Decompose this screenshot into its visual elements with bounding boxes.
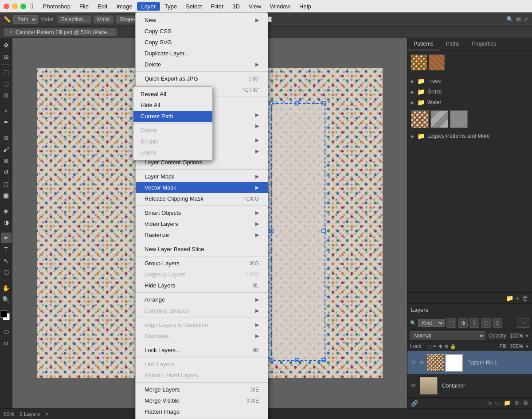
menu-merge-visible[interactable]: Merge Visible ⇧⌘E bbox=[136, 395, 268, 406]
add-style-icon[interactable]: fx bbox=[487, 400, 492, 407]
menubar-filter[interactable]: Filter bbox=[206, 2, 228, 11]
delete-layer-icon[interactable]: 🗑 bbox=[523, 400, 528, 407]
menu-new[interactable]: New ▶ bbox=[136, 15, 268, 26]
menubar-3d[interactable]: 3D bbox=[228, 2, 244, 11]
menu-video-layers[interactable]: Video Layers ▶ bbox=[136, 218, 268, 229]
maximize-button[interactable] bbox=[20, 4, 26, 9]
menubar-image[interactable]: Image bbox=[112, 2, 137, 11]
status-arrow[interactable]: > bbox=[45, 411, 48, 417]
doc-tab-close[interactable]: ✕ bbox=[9, 29, 13, 35]
layer-item-pattern-fill[interactable]: 👁 ⊗ Pattern Fill 1 bbox=[407, 351, 532, 374]
pattern-group-water[interactable]: ▶ 📁 Water bbox=[407, 97, 532, 108]
gradient-tool[interactable]: ▦ bbox=[1, 190, 12, 201]
hand-tool[interactable]: ✋ bbox=[1, 283, 12, 293]
blur-tool[interactable]: ◈ bbox=[1, 206, 12, 216]
filter-toggle[interactable]: ○ bbox=[517, 318, 529, 328]
layers-link-icon[interactable]: 🔗 bbox=[411, 400, 418, 407]
patterns-delete-icon[interactable]: 🗑 bbox=[522, 295, 528, 302]
tab-paths[interactable]: Paths bbox=[440, 38, 466, 50]
menubar-layer[interactable]: Layer bbox=[137, 2, 160, 11]
menu-merge-layers[interactable]: Merge Layers ⌘E bbox=[136, 384, 268, 395]
layer-1-visibility[interactable]: 👁 bbox=[410, 359, 417, 366]
marquee-tool[interactable]: ⬚ bbox=[1, 67, 12, 78]
pattern-preview-3[interactable] bbox=[450, 110, 468, 128]
spot-heal-tool[interactable]: ⊕ bbox=[1, 132, 12, 143]
dodge-tool[interactable]: ◑ bbox=[1, 217, 12, 228]
pixel-filter-btn[interactable]: ⬚ bbox=[446, 318, 456, 328]
zoom-tool[interactable]: 🔍 bbox=[1, 294, 12, 305]
eyedropper-tool[interactable]: ✒ bbox=[1, 117, 12, 128]
crop-tool[interactable]: ⌗ bbox=[1, 105, 12, 116]
menu-delete[interactable]: Delete ▶ bbox=[136, 59, 268, 70]
pattern-thumb-1[interactable] bbox=[411, 54, 427, 70]
eraser-tool[interactable]: ◻ bbox=[1, 178, 12, 189]
tab-patterns[interactable]: Patterns bbox=[407, 38, 440, 50]
pattern-group-grass[interactable]: ▶ 📁 Grass bbox=[407, 86, 532, 97]
screen-mode-icon[interactable]: ⤢ bbox=[524, 16, 528, 23]
lock-image-btn[interactable]: ✏ bbox=[433, 344, 437, 349]
minimize-button[interactable] bbox=[12, 4, 18, 9]
mask-button[interactable]: Mask bbox=[94, 16, 113, 23]
submenu-current-path[interactable]: Current Path bbox=[133, 111, 212, 122]
history-brush-tool[interactable]: ↺ bbox=[1, 167, 12, 178]
view-mode-icon[interactable]: ⊞ bbox=[516, 16, 521, 23]
pattern-preview-2[interactable] bbox=[430, 110, 448, 128]
doc-tab[interactable]: ✕ Canister Pattern Fill.psd @ 50% (Patte… bbox=[4, 28, 117, 36]
color-swatches[interactable] bbox=[0, 310, 12, 323]
menu-layer-mask[interactable]: Layer Mask ▶ bbox=[136, 171, 268, 182]
lock-artboard-btn[interactable]: ⊞ bbox=[444, 344, 448, 349]
menu-rasterize[interactable]: Rasterize ▶ bbox=[136, 229, 268, 241]
layer-item-container[interactable]: 👁 Container bbox=[407, 374, 532, 397]
apple-menu[interactable]:  bbox=[31, 2, 33, 10]
quick-select-tool[interactable]: ⊙ bbox=[1, 90, 12, 101]
menubar-select[interactable]: Select bbox=[181, 2, 206, 11]
add-mask-icon[interactable]: ⬭ bbox=[495, 400, 500, 407]
submenu-reveal-all[interactable]: Reveal All bbox=[133, 89, 212, 100]
shape-tool[interactable]: ⬡ bbox=[1, 267, 12, 278]
type-tool[interactable]: T bbox=[1, 244, 12, 255]
opacity-chevron[interactable]: ▼ bbox=[525, 334, 529, 338]
path-mode-select[interactable]: Path bbox=[13, 15, 38, 24]
path-select-tool[interactable]: ↖ bbox=[1, 256, 12, 266]
adjustment-filter-btn[interactable]: ◑ bbox=[458, 318, 468, 328]
pattern-preview-1[interactable] bbox=[411, 110, 429, 128]
quick-mask-tool[interactable]: ⬭ bbox=[1, 326, 12, 337]
patterns-folder-icon[interactable]: 📁 bbox=[506, 295, 513, 302]
selection-button[interactable]: Selection... bbox=[58, 16, 91, 23]
fill-chevron[interactable]: ▼ bbox=[525, 344, 529, 349]
artboard-tool[interactable]: ⊞ bbox=[1, 51, 12, 62]
menubar-view[interactable]: View bbox=[244, 2, 266, 11]
new-layer-icon[interactable]: ⊕ bbox=[514, 400, 519, 407]
menu-slice[interactable]: New Layer Based Slice bbox=[136, 244, 268, 255]
smart-filter-btn[interactable]: ⊙ bbox=[493, 318, 502, 328]
foreground-color-swatch[interactable] bbox=[0, 310, 7, 318]
menu-copy-svg[interactable]: Copy SVG bbox=[136, 37, 268, 48]
menu-arrange[interactable]: Arrange ▶ bbox=[136, 294, 268, 305]
lock-position-btn[interactable]: ✥ bbox=[438, 344, 442, 349]
patterns-new-icon[interactable]: + bbox=[516, 295, 520, 302]
pattern-thumb-2[interactable] bbox=[429, 54, 445, 70]
pattern-group-legacy[interactable]: ▶ 📁 Legacy Patterns and More bbox=[407, 131, 532, 141]
shape-filter-btn[interactable]: ⬡ bbox=[481, 318, 491, 328]
move-tool[interactable]: ✥ bbox=[1, 40, 12, 50]
tab-properties[interactable]: Properties bbox=[466, 38, 502, 50]
blend-mode-select[interactable]: Normal bbox=[410, 331, 485, 340]
menu-flatten[interactable]: Flatten Image bbox=[136, 406, 268, 417]
brush-tool[interactable]: 🖌 bbox=[1, 144, 12, 155]
layer-2-visibility[interactable]: 👁 bbox=[410, 382, 417, 389]
menu-vector-mask[interactable]: Vector Mask ▶ bbox=[136, 182, 268, 193]
menu-lock[interactable]: Lock Layers... ⌘/ bbox=[136, 345, 268, 356]
menu-release-clipping[interactable]: Release Clipping Mask ⌥⌘G bbox=[136, 193, 268, 204]
menubar-photoshop[interactable]: Photoshop bbox=[39, 2, 75, 11]
clone-stamp-tool[interactable]: ⊛ bbox=[1, 155, 12, 166]
menubar-window[interactable]: Window bbox=[266, 2, 295, 11]
lock-all-btn[interactable]: 🔒 bbox=[450, 344, 456, 349]
type-filter-btn[interactable]: T bbox=[469, 318, 479, 328]
menu-smart-objects[interactable]: Smart Objects ▶ bbox=[136, 207, 268, 218]
menu-quick-export[interactable]: Quick Export as JPG ⇧⌘' bbox=[136, 73, 268, 84]
menubar-type[interactable]: Type bbox=[160, 2, 181, 11]
close-button[interactable] bbox=[4, 4, 9, 9]
menu-group-layers[interactable]: Group Layers ⌘G bbox=[136, 258, 268, 269]
pattern-group-trees[interactable]: ▶ 📁 Trees bbox=[407, 76, 532, 86]
menu-duplicate[interactable]: Duplicate Layer... bbox=[136, 48, 268, 59]
